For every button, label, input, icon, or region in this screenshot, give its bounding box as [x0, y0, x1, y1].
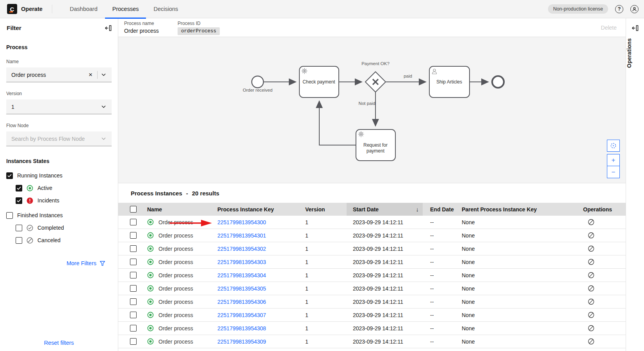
version-field-label: Version [6, 91, 112, 96]
operations-sidebar-collapsed: Operations [626, 18, 644, 351]
operations-panel-title[interactable]: Operations [626, 38, 632, 68]
row-checkbox[interactable] [130, 259, 137, 265]
bpmn-diagram-canvas[interactable]: Order received Check payment Payment OK?… [118, 37, 626, 183]
instance-key-link[interactable]: 2251799813954306 [217, 299, 266, 305]
instances-states-title: Instances States [6, 158, 112, 164]
table-row: Order process 2251799813954305 1 2023-09… [118, 282, 626, 295]
instance-version: 1 [301, 269, 347, 282]
row-checkbox[interactable] [130, 298, 137, 305]
active-checkbox[interactable] [16, 185, 22, 191]
results-count: 20 results [192, 190, 219, 197]
row-checkbox[interactable] [130, 232, 137, 239]
instance-start-date: 2023-09-29 14:12:11 [347, 229, 423, 242]
chevron-down-icon [101, 105, 107, 109]
running-instances-checkbox[interactable] [6, 172, 13, 179]
row-checkbox[interactable] [130, 245, 137, 252]
column-header-start-date[interactable]: Start Date ↓ [347, 203, 423, 216]
main-content: Process name Order process Process ID or… [118, 18, 626, 351]
zoom-out-button[interactable]: − [607, 166, 620, 178]
finished-instances-checkbox[interactable] [6, 212, 13, 219]
instances-title: Process Instances [131, 190, 182, 197]
cancel-operation-icon[interactable] [588, 219, 594, 225]
instance-name: Order process [158, 259, 193, 265]
row-checkbox[interactable] [130, 325, 137, 332]
instance-start-date: 2023-09-29 14:12:11 [347, 335, 423, 348]
instance-end-date: -- [423, 255, 457, 268]
instance-key-link[interactable]: 2251799813954307 [217, 312, 266, 318]
tab-dashboard-label: Dashboard [70, 6, 98, 12]
diagram-reset-zoom-button[interactable] [607, 140, 620, 152]
process-name-label: Process name [124, 21, 159, 26]
reset-view-icon [610, 142, 617, 149]
user-avatar-icon[interactable] [630, 5, 639, 13]
collapse-panel-icon[interactable] [105, 25, 112, 31]
delete-button[interactable]: Delete [601, 25, 617, 31]
row-checkbox[interactable] [130, 219, 137, 225]
start-event[interactable] [252, 76, 263, 88]
row-checkbox[interactable] [130, 285, 137, 292]
incidents-checkbox[interactable] [16, 197, 22, 204]
instance-parent-key: None [457, 322, 556, 335]
camunda-logo: C [7, 4, 17, 14]
row-checkbox[interactable] [130, 272, 137, 278]
process-id-label: Process ID [178, 21, 220, 26]
cancel-operation-icon[interactable] [588, 325, 594, 332]
cancel-operation-icon[interactable] [588, 338, 594, 345]
instance-start-date: 2023-09-29 14:12:11 [347, 255, 423, 268]
instance-end-date: -- [423, 295, 457, 308]
expand-panel-icon[interactable] [632, 25, 639, 31]
instance-key-link[interactable]: 2251799813954300 [217, 219, 266, 225]
instance-key-link[interactable]: 2251799813954305 [217, 285, 266, 292]
process-name-combobox[interactable]: × [6, 67, 112, 82]
active-state-icon [147, 312, 154, 318]
top-nav: C Operate Dashboard Processes Decisions … [0, 0, 644, 18]
nav-right-cluster: Non-production license ? [548, 4, 639, 14]
sort-descending-icon[interactable]: ↓ [416, 206, 419, 213]
instance-version: 1 [301, 229, 347, 242]
clear-name-icon[interactable]: × [87, 71, 94, 79]
name-field-label: Name [6, 59, 112, 64]
chevron-down-icon[interactable] [101, 73, 107, 77]
instance-parent-key: None [457, 216, 556, 229]
help-icon[interactable]: ? [615, 5, 623, 13]
instance-name: Order process [158, 272, 193, 278]
completed-checkbox[interactable] [16, 225, 22, 231]
process-header: Process name Order process Process ID or… [118, 18, 626, 37]
cancel-operation-icon[interactable] [588, 272, 594, 278]
instance-key-link[interactable]: 2251799813954309 [217, 339, 266, 345]
flow-node-select[interactable] [6, 131, 112, 146]
row-checkbox[interactable] [130, 312, 137, 318]
tab-dashboard[interactable]: Dashboard [62, 0, 105, 18]
canceled-checkbox[interactable] [16, 237, 22, 244]
column-header-version: Version [301, 203, 347, 216]
instance-key-link[interactable]: 2251799813954308 [217, 325, 266, 332]
instance-parent-key: None [457, 269, 556, 282]
cancel-operation-icon[interactable] [588, 298, 594, 305]
process-name-input[interactable] [11, 72, 84, 78]
reset-filters-button[interactable]: Reset filters [0, 340, 118, 346]
tab-decisions[interactable]: Decisions [146, 0, 185, 18]
instance-start-date: 2023-09-29 14:12:11 [347, 308, 423, 321]
tab-processes[interactable]: Processes [105, 0, 146, 18]
cancel-operation-icon[interactable] [588, 259, 594, 265]
cancel-operation-icon[interactable] [588, 245, 594, 252]
instance-version: 1 [301, 255, 347, 268]
zoom-in-button[interactable]: + [607, 154, 620, 166]
instance-key-link[interactable]: 2251799813954302 [217, 246, 266, 252]
select-all-checkbox[interactable] [130, 206, 137, 213]
cancel-operation-icon[interactable] [588, 285, 594, 292]
instance-key-link[interactable]: 2251799813954303 [217, 259, 266, 265]
cancel-operation-icon[interactable] [588, 232, 594, 239]
instance-end-date: -- [423, 282, 457, 295]
active-state-icon [147, 259, 154, 265]
cancel-operation-icon[interactable] [588, 312, 594, 318]
more-filters-link[interactable]: More Filters [6, 260, 112, 266]
flow-node-input[interactable] [11, 136, 98, 142]
version-value: 1 [11, 104, 98, 110]
instance-key-link[interactable]: 2251799813954304 [217, 272, 266, 278]
row-checkbox[interactable] [130, 338, 137, 345]
version-select[interactable]: 1 [6, 99, 112, 114]
instance-version: 1 [301, 282, 347, 295]
instance-key-link[interactable]: 2251799813954301 [217, 232, 266, 239]
end-event[interactable] [492, 76, 504, 88]
